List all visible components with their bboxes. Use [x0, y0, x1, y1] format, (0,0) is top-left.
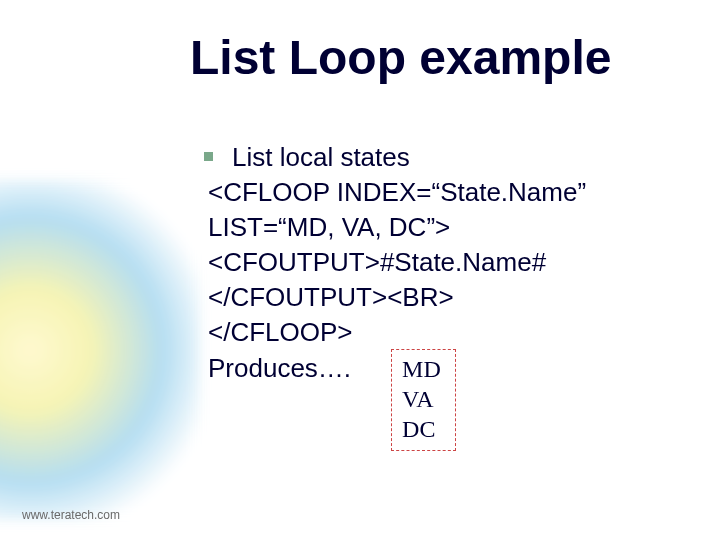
- code-line-5: </CFLOOP>: [208, 315, 668, 350]
- code-line-3: <CFOUTPUT>#State.Name#: [208, 245, 668, 280]
- bullet-item: List local states: [208, 140, 668, 175]
- produces-label: Produces….: [208, 351, 351, 386]
- bullet-text: List local states: [208, 142, 410, 172]
- decorative-gradient: [0, 180, 200, 520]
- code-line-1: <CFLOOP INDEX=“State.Name”: [208, 175, 668, 210]
- output-row-1: MD: [402, 354, 441, 384]
- slide-body: List local states <CFLOOP INDEX=“State.N…: [208, 140, 668, 451]
- code-line-4: </CFOUTPUT><BR>: [208, 280, 668, 315]
- produces-row: Produces…. MD VA DC: [208, 351, 668, 451]
- slide-title: List Loop example: [190, 30, 611, 85]
- footer-url: www.teratech.com: [22, 508, 120, 522]
- square-bullet-icon: [204, 152, 213, 161]
- output-box: MD VA DC: [391, 349, 456, 451]
- output-row-3: DC: [402, 414, 441, 444]
- code-line-2: LIST=“MD, VA, DC”>: [208, 210, 668, 245]
- output-row-2: VA: [402, 384, 441, 414]
